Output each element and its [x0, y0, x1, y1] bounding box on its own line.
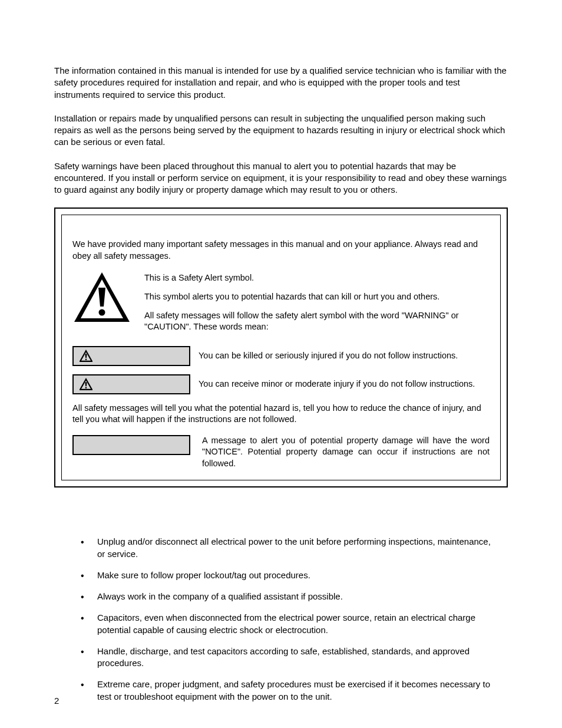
notice-followup: All safety messages will tell you what t… [72, 403, 490, 426]
svg-point-0 [99, 309, 105, 316]
warning-label-row: You can be killed or seriously injured i… [72, 346, 490, 366]
safety-alert-icon [72, 271, 131, 327]
svg-point-2 [85, 387, 87, 388]
safety-notice-inner-frame: We have provided many important safety m… [61, 215, 501, 480]
property-notice-badge [72, 435, 190, 455]
bullet-item: Extreme care, proper judgment, and safet… [81, 678, 496, 703]
warning-badge-icon [80, 350, 92, 363]
alert-line-1: This is a Safety Alert symbol. [144, 272, 490, 284]
page-content: The information contained in this manual… [0, 0, 562, 703]
page-number: 2 [54, 696, 59, 706]
intro-paragraph-2: Installation or repairs made by unqualif… [54, 113, 508, 149]
caution-text: You can receive minor or moderate injury… [199, 378, 490, 390]
alert-line-2: This symbol alerts you to potential haza… [144, 291, 490, 303]
safety-notice-outer-frame: We have provided many important safety m… [54, 207, 508, 487]
safety-alert-row: This is a Safety Alert symbol. This symb… [72, 271, 490, 340]
caution-badge-icon [80, 378, 92, 391]
intro-paragraph-1: The information contained in this manual… [54, 65, 508, 101]
safety-bullet-list: Unplug and/or disconnect all electrical … [54, 536, 508, 703]
notice-intro: We have provided many important safety m… [72, 239, 490, 262]
bullet-item: Always work in the company of a qualifie… [81, 591, 496, 602]
svg-point-1 [85, 358, 87, 360]
bullet-item: Make sure to follow proper lockout/tag o… [81, 569, 496, 581]
bullet-item: Capacitors, even when disconnected from … [81, 612, 496, 636]
intro-paragraph-3: Safety warnings have been placed through… [54, 160, 508, 196]
warning-badge [72, 346, 190, 366]
caution-label-row: You can receive minor or moderate injury… [72, 374, 490, 394]
warning-text: You can be killed or seriously injured i… [199, 350, 490, 362]
bullet-item: Unplug and/or disconnect all electrical … [81, 536, 496, 560]
safety-alert-text-column: This is a Safety Alert symbol. This symb… [144, 271, 490, 340]
property-notice-row: A message to alert you of potential prop… [72, 435, 490, 470]
property-notice-text: A message to alert you of potential prop… [202, 435, 490, 470]
alert-line-3: All safety messages will follow the safe… [144, 310, 490, 333]
bullet-item: Handle, discharge, and test capacitors a… [81, 645, 496, 670]
caution-badge [72, 374, 190, 394]
